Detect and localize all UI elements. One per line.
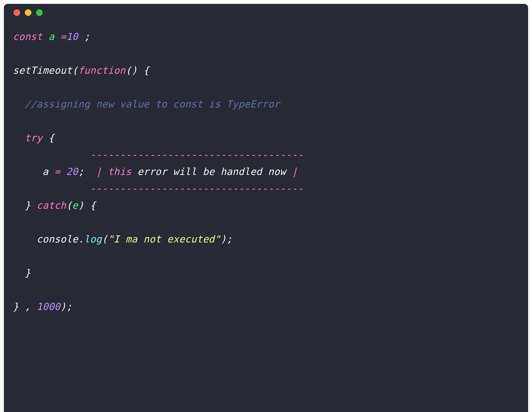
- token-plain: ;: [78, 166, 96, 177]
- token-keyword: try: [25, 132, 42, 144]
- token-plain: }: [25, 200, 37, 211]
- token-plain: setTimeout(: [13, 65, 78, 76]
- token-keyword: const: [13, 31, 48, 42]
- token-indent: [13, 132, 25, 144]
- token-plain: (: [66, 200, 72, 211]
- token-plain: ;: [78, 31, 90, 42]
- annotation-keyword: this: [108, 166, 137, 177]
- token-variable: a: [48, 31, 60, 42]
- annotation-border-bottom: ------------------------------------: [90, 183, 304, 194]
- token-indent: [13, 267, 25, 278]
- token-indent: [13, 234, 37, 245]
- token-indent: [13, 183, 90, 194]
- token-plain: );: [60, 301, 72, 312]
- token-plain: ) {: [78, 200, 96, 211]
- token-plain: } ,: [13, 301, 37, 312]
- annotation-text: error will be handled now: [137, 166, 292, 177]
- token-indent: [13, 166, 42, 177]
- token-number: 10: [66, 31, 78, 42]
- token-plain: (: [102, 234, 108, 245]
- token-plain: {: [42, 132, 54, 144]
- minimize-icon[interactable]: [25, 9, 31, 16]
- annotation-bar: |: [96, 166, 108, 177]
- code-content: const a =10 ; setTimeout(function() { //…: [4, 21, 528, 412]
- code-editor-window: const a =10 ; setTimeout(function() { //…: [4, 4, 528, 412]
- token-indent: [13, 149, 90, 160]
- zoom-icon[interactable]: [36, 9, 43, 16]
- token-operator: =: [60, 31, 66, 42]
- token-object: console.: [37, 234, 84, 245]
- token-keyword: function: [78, 65, 126, 76]
- annotation-border-top: ------------------------------------: [90, 149, 304, 160]
- token-number: 1000: [37, 301, 60, 312]
- window-titlebar: [4, 4, 528, 21]
- token-variable: a: [42, 166, 54, 177]
- token-keyword: catch: [37, 200, 66, 211]
- token-plain: () {: [125, 65, 149, 76]
- token-method: log: [84, 234, 102, 245]
- close-icon[interactable]: [14, 9, 20, 16]
- token-number: 20: [66, 166, 78, 177]
- token-string: "I ma not executed": [108, 234, 220, 245]
- annotation-bar: |: [292, 166, 298, 177]
- token-variable: e: [72, 200, 78, 211]
- token-operator: =: [54, 166, 66, 177]
- token-plain: }: [25, 267, 31, 278]
- token-indent: [13, 98, 25, 110]
- token-comment: //assigning new value to const is TypeEr…: [25, 98, 280, 110]
- token-indent: [13, 200, 25, 211]
- token-plain: );: [220, 234, 232, 245]
